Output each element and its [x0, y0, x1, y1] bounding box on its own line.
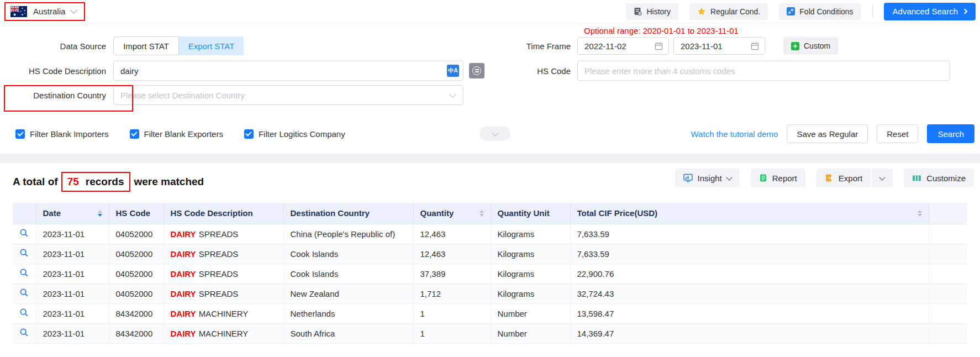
row-detail-magnifier-icon[interactable]	[19, 308, 29, 319]
optional-range-text: Optional range: 2020-01-01 to 2023-11-01	[584, 26, 739, 35]
divider	[872, 5, 873, 18]
sort-asc-icon[interactable]	[918, 210, 922, 213]
cell-destination: Cook Islands	[283, 264, 413, 284]
tutorial-demo-link[interactable]: Watch the tutorial demo	[691, 129, 778, 139]
end-date-value: 2023-11-01	[681, 41, 723, 51]
collapse-conditions-button[interactable]	[480, 127, 510, 141]
row-detail-magnifier-icon[interactable]	[19, 288, 29, 299]
table-row: 2023-11-01 04052000 DAIRYSPREADS Cook Is…	[13, 244, 967, 264]
cell-date: 2023-11-01	[36, 303, 109, 323]
header-total-cif-price[interactable]: Total CIF Price(USD)	[570, 203, 929, 224]
hs-code-label: HS Code	[504, 66, 577, 76]
checkbox-filter-blank-exporters[interactable]: Filter Blank Exporters	[130, 129, 223, 139]
header-search-column	[13, 203, 36, 224]
chevron-down-icon	[726, 174, 732, 180]
cell-price: 13,598.47	[570, 303, 929, 323]
fold-conditions-button[interactable]: Fold Conditions	[779, 3, 861, 20]
filter-form: Optional range: 2020-01-01 to 2023-11-01…	[0, 23, 980, 154]
reset-button[interactable]: Reset	[877, 124, 918, 143]
checkbox-checked-icon	[130, 129, 139, 139]
cell-quantity: 1	[413, 303, 491, 323]
import-stat-tab[interactable]: Import STAT	[113, 36, 179, 55]
checkbox-checked-icon	[15, 129, 25, 139]
header-hs-code: HS Code	[109, 203, 164, 224]
export-icon	[825, 174, 834, 182]
cell-hs-code: 04052000	[109, 284, 164, 303]
checkbox-filter-blank-importers[interactable]: Filter Blank Importers	[15, 129, 109, 139]
report-button[interactable]: Report	[751, 169, 805, 187]
header-date[interactable]: Date	[36, 203, 109, 224]
cell-unit: Kilograms	[491, 284, 570, 303]
history-button[interactable]: History	[626, 3, 678, 20]
export-button[interactable]: Export	[816, 169, 871, 187]
row-detail-magnifier-icon[interactable]	[19, 228, 29, 239]
customize-button[interactable]: Customize	[904, 169, 974, 187]
cell-destination: South Africa	[283, 323, 413, 343]
history-icon	[634, 7, 642, 15]
cell-unit: Kilograms	[491, 244, 570, 264]
insight-button[interactable]: Insight	[675, 169, 740, 187]
sort-desc-icon[interactable]	[918, 214, 922, 217]
table-row: 2023-11-01 84342000 DAIRYMACHINERY Nethe…	[13, 303, 967, 323]
exact-match-button[interactable]	[469, 63, 484, 78]
row-detail-magnifier-icon[interactable]	[19, 248, 29, 259]
end-date-input[interactable]: 2023-11-01	[673, 37, 765, 55]
form-row-hs-description: HS Code Description 中A HS Code	[0, 61, 980, 81]
search-button[interactable]: Search	[927, 124, 974, 143]
checkbox-label: Filter Blank Importers	[30, 129, 109, 139]
form-actions: Watch the tutorial demo Save as Regular …	[691, 124, 974, 144]
table-row: 2023-11-01 04052000 DAIRYSPREADS New Zea…	[13, 284, 967, 303]
cell-empty	[929, 244, 967, 264]
advanced-search-button[interactable]: Advanced Search	[884, 3, 976, 20]
data-source-segmented: Import STAT Export STAT	[113, 36, 244, 55]
chevron-down-icon	[492, 129, 499, 136]
custom-range-button[interactable]: Custom	[783, 37, 838, 55]
cell-price: 32,724.43	[570, 284, 929, 303]
cell-date: 2023-11-01	[36, 264, 109, 284]
table-row: 2023-11-01 84342000 DAIRYMACHINERY South…	[13, 323, 967, 343]
header-quantity-unit: Quantity Unit	[491, 203, 570, 224]
country-selector[interactable]: Australia	[4, 2, 85, 21]
sort-desc-icon[interactable]	[98, 214, 102, 217]
fold-conditions-label: Fold Conditions	[799, 7, 853, 16]
checkbox-label: Filter Logitics Company	[259, 129, 345, 139]
cell-description: DAIRYSPREADS	[164, 224, 283, 244]
destination-country-select[interactable]: Please select Destination Country	[113, 85, 463, 105]
sort-desc-icon[interactable]	[480, 214, 484, 217]
summary-suffix: were matched	[134, 176, 204, 188]
fold-conditions-icon	[787, 7, 795, 15]
row-detail-magnifier-icon[interactable]	[19, 328, 29, 339]
cell-quantity: 12,463	[413, 244, 491, 264]
cell-unit: Kilograms	[491, 264, 570, 284]
hs-code-description-input[interactable]	[113, 61, 463, 81]
report-label: Report	[772, 174, 797, 183]
cell-quantity: 1,712	[413, 284, 491, 303]
cell-unit: Number	[491, 303, 570, 323]
export-dropdown-button[interactable]	[872, 169, 893, 187]
save-as-regular-button[interactable]: Save as Regular	[787, 124, 868, 143]
page: Australia History	[0, 0, 980, 357]
sort-asc-icon[interactable]	[98, 210, 102, 213]
row-detail-magnifier-icon[interactable]	[19, 268, 29, 279]
customize-label: Customize	[926, 174, 966, 183]
sort-asc-icon[interactable]	[480, 210, 484, 213]
checkbox-filter-logitics-company[interactable]: Filter Logitics Company	[244, 129, 345, 139]
start-date-input[interactable]: 2022-11-02	[577, 37, 669, 55]
results-section: A total of 75 records were matched Insig…	[0, 163, 980, 357]
hs-code-description-field: 中A	[113, 61, 463, 81]
header-quantity[interactable]: Quantity	[413, 203, 491, 224]
chevron-down-icon	[70, 7, 77, 14]
regular-cond-button[interactable]: Regular Cond.	[689, 3, 768, 20]
header-empty-column	[929, 203, 967, 224]
export-stat-tab[interactable]: Export STAT	[179, 36, 244, 55]
form-row-data-source: Data Source Import STAT Export STAT Time…	[0, 36, 980, 55]
checkbox-label: Filter Blank Exporters	[144, 129, 223, 139]
cell-hs-code: 04052000	[109, 264, 164, 284]
cell-hs-code: 04052000	[109, 244, 164, 264]
cell-hs-code: 84342000	[109, 323, 164, 343]
cell-description: DAIRYMACHINERY	[164, 323, 283, 343]
cell-unit: Number	[491, 323, 570, 343]
translate-icon[interactable]: 中A	[447, 65, 459, 77]
sort-icons	[918, 210, 922, 217]
hs-code-input[interactable]	[577, 61, 950, 81]
